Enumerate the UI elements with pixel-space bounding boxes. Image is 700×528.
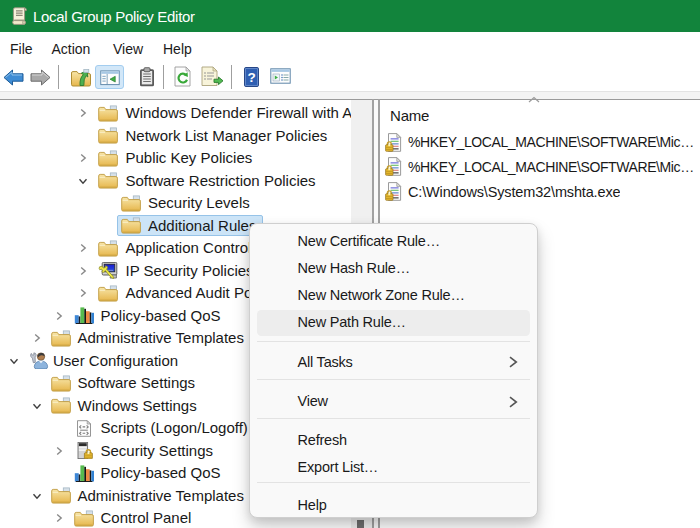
svg-text:?: ? — [247, 69, 255, 84]
